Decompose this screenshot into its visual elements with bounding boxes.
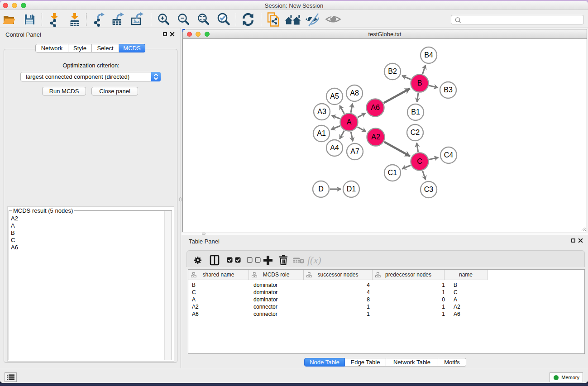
svg-text:C2: C2 [411,129,420,136]
svg-text:A5: A5 [330,92,339,100]
svg-text:A4: A4 [330,144,339,152]
svg-text:D: D [318,185,324,193]
svg-text:A: A [347,118,352,126]
svg-text:C4: C4 [444,151,454,159]
svg-text:A7: A7 [350,148,359,155]
svg-text:C3: C3 [424,186,434,193]
svg-text:B2: B2 [388,67,397,75]
svg-text:A1: A1 [317,129,326,137]
svg-text:C: C [417,157,422,165]
svg-text:D1: D1 [347,185,356,193]
svg-text:B: B [417,79,422,87]
svg-text:A2: A2 [371,133,380,141]
svg-text:A8: A8 [350,89,359,97]
svg-text:C1: C1 [388,169,397,176]
svg-text:A3: A3 [317,108,326,115]
svg-text:A6: A6 [371,104,380,111]
svg-text:B1: B1 [411,108,420,116]
svg-text:B3: B3 [444,86,453,94]
svg-text:B4: B4 [424,51,433,59]
